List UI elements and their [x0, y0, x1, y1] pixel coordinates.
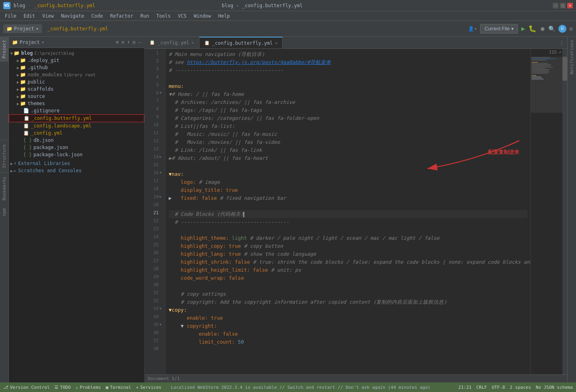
code-line-15	[169, 162, 527, 170]
tree-item-config-butterfly[interactable]: 📋 _config.butterfly.yml	[9, 114, 144, 122]
coverage-icon[interactable]: ⏺	[540, 26, 545, 32]
menu-file[interactable]: File	[2, 12, 20, 20]
code-line-8: # Tags: /tags/ || fas fa-tags	[169, 106, 527, 114]
update-message[interactable]: Localized WebStorm 2022.3.4 is available…	[171, 385, 454, 390]
scrollbar-thumb[interactable]	[562, 57, 567, 81]
settings-icon[interactable]: ⚙	[570, 26, 573, 32]
bookmarks-tab[interactable]: Bookmarks	[0, 172, 8, 205]
code-line-20	[169, 202, 527, 210]
minimap[interactable]: 115 ✓	[530, 49, 562, 374]
tree-item-source[interactable]: ▶ 📁 source	[9, 93, 144, 100]
folder-icon: 📁	[20, 65, 26, 70]
gutter-line: 7	[145, 97, 165, 105]
tree-item-scaffolds[interactable]: ▶ 📁 scaffolds	[9, 86, 144, 93]
menu-tools[interactable]: Tools	[153, 12, 174, 20]
code-line-26: highlight_lang: true # show the code lan…	[169, 250, 527, 258]
collapse-icon[interactable]: —	[138, 39, 141, 45]
notifications-tab[interactable]: Notifications	[568, 37, 576, 78]
sort-icon[interactable]: ⬇	[127, 39, 130, 45]
menu-vcs[interactable]: VCS	[175, 12, 190, 20]
menu-bar: File Edit View Navigate Code Refactor Ru…	[0, 11, 576, 21]
expand-arrow: ▼	[10, 51, 13, 56]
services-status[interactable]: ✦ Services	[136, 385, 161, 390]
menu-navigate[interactable]: Navigate	[58, 12, 88, 20]
maximize-button[interactable]: □	[560, 3, 566, 8]
tab-project[interactable]: Project	[0, 37, 8, 62]
menu-view[interactable]: View	[39, 12, 57, 20]
tree-item-public[interactable]: ▶ 📁 public	[9, 78, 144, 86]
gutter-line: 19▶	[145, 193, 165, 201]
gutter-line: 10	[145, 121, 165, 129]
debug-icon[interactable]: 🐛	[528, 25, 536, 32]
problems-status[interactable]: ⚠ Problems	[76, 385, 101, 390]
gutter-line: 28	[145, 265, 165, 273]
indent-indicator[interactable]: 2 spaces	[510, 385, 531, 390]
tab-config-butterfly-yml[interactable]: 📋 _config.butterfly.yml ✕	[199, 37, 283, 48]
list-icon[interactable]: ≡	[122, 39, 125, 45]
gutter-line: 31	[145, 289, 165, 296]
menu-refactor[interactable]: Refactor	[107, 12, 136, 20]
tree-item-blog[interactable]: ▼ 📁 blog C:\project\blog	[9, 50, 144, 57]
settings-icon[interactable]: ⚙	[132, 39, 136, 45]
project-switcher[interactable]: 📁 Project ▾	[3, 24, 42, 33]
code-line-24: highlight_theme: light # darker / pale n…	[169, 234, 527, 242]
minimize-button[interactable]: —	[553, 3, 558, 8]
tree-item-config-landscape[interactable]: 📋 _config.landscape.yml	[9, 122, 144, 129]
search-icon[interactable]: 🔍	[548, 26, 555, 32]
line-ending-indicator[interactable]: CRLF	[476, 385, 487, 390]
tree-item-scratches[interactable]: ▶ ✏ Scratches and Consoles	[9, 167, 144, 174]
title-filename: _config.butterfly.yml	[34, 3, 95, 8]
tree-item-config-yml[interactable]: 📋 _config.yml	[9, 129, 144, 137]
tree-item-themes[interactable]: ▶ 📁 themes	[9, 100, 144, 107]
tabs-overflow[interactable]: ⋮	[559, 40, 567, 46]
tab-config-yml[interactable]: 📋 _config.yml ✕	[145, 37, 199, 48]
code-line-35: ▼ copyright:	[169, 322, 527, 330]
gutter-line: 26	[145, 249, 165, 257]
toolbar-filename: _config.butterfly.yml	[48, 26, 108, 32]
sidebar-icons: ⊕ ≡ ⬇ ⚙ —	[116, 39, 141, 45]
folder-icon: 📁	[6, 26, 12, 32]
schema-indicator[interactable]: No JSON schema	[536, 385, 573, 390]
expand-arrow: ▶	[17, 73, 19, 77]
yaml-icon: 📋	[204, 40, 210, 46]
structure-tab[interactable]: Structure	[0, 140, 8, 172]
tree-item-node-modules[interactable]: ▶ 📁 node_modules library root	[9, 71, 144, 78]
tree-item-external-libs[interactable]: ▶ ⚡ External Libraries	[9, 160, 144, 167]
menu-run[interactable]: Run	[137, 12, 152, 20]
current-file-button[interactable]: Current File ▾	[480, 24, 518, 34]
json-icon: { }	[23, 137, 32, 143]
menu-help[interactable]: Help	[215, 12, 233, 20]
code-content[interactable]: # Main menu navigation (导航目录) # see http…	[165, 49, 530, 374]
vertical-scrollbar[interactable]	[562, 49, 567, 374]
menu-code[interactable]: Code	[88, 12, 106, 20]
expand-arrow: ▶	[17, 66, 19, 70]
gutter-line: 32	[145, 296, 165, 304]
tree-item-db-json[interactable]: { } db.json	[9, 137, 144, 144]
gutter-line: 22	[145, 217, 165, 225]
tree-item-package-json[interactable]: { } package.json	[9, 144, 144, 151]
gutter-line: 25	[145, 241, 165, 249]
position-indicator[interactable]: 21:21	[458, 385, 472, 390]
menu-window[interactable]: Window	[191, 12, 214, 20]
current-file-label: Current File	[484, 26, 510, 32]
tab-close-button[interactable]: ✕	[275, 41, 277, 45]
add-icon[interactable]: ⊕	[116, 39, 119, 45]
todo-status[interactable]: ☰ TODO	[54, 385, 71, 390]
expand-arrow: ▶	[17, 58, 19, 63]
version-control-status[interactable]: ⎇ Version Control	[3, 385, 50, 390]
tree-item-github[interactable]: ▶ 📁 .github	[9, 64, 144, 71]
run-icon[interactable]: ▶	[521, 25, 525, 32]
document-info: Document 1/1	[148, 376, 179, 381]
encoding-indicator[interactable]: UTF-8	[492, 385, 505, 390]
tree-item-deploy-git[interactable]: ▶ 📁 .deploy_git	[9, 57, 144, 64]
tab-close-button[interactable]: ✕	[191, 40, 194, 45]
toolbar-right: 👤▾ Current File ▾ ▶ 🐛 ⏺ 🔍 U ⚙	[468, 24, 573, 34]
yaml-icon: 📋	[24, 115, 30, 121]
terminal-status[interactable]: ▣ Terminal	[106, 385, 131, 390]
tree-item-package-lock-json[interactable]: { } package-lock.json	[9, 151, 144, 158]
tree-item-gitignore[interactable]: 📄 .gitignore	[9, 107, 144, 114]
gutter-line: 14▶	[145, 153, 165, 161]
close-button[interactable]: ✕	[567, 3, 573, 8]
menu-edit[interactable]: Edit	[20, 12, 38, 20]
npm-tab[interactable]: npm	[0, 204, 8, 220]
